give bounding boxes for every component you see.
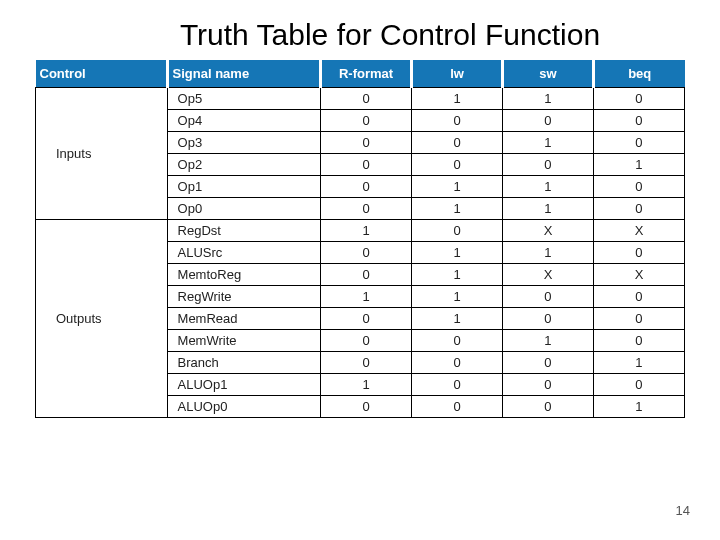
value-cell: 1	[321, 374, 412, 396]
value-cell: X	[593, 264, 684, 286]
value-cell: 0	[593, 242, 684, 264]
value-cell: 0	[321, 154, 412, 176]
value-cell: X	[502, 264, 593, 286]
value-cell: 0	[502, 308, 593, 330]
value-cell: X	[593, 220, 684, 242]
col-sw: sw	[502, 60, 593, 88]
value-cell: 0	[593, 110, 684, 132]
value-cell: 0	[321, 88, 412, 110]
truth-table: Control Signal name R-format lw sw beq I…	[35, 60, 685, 418]
table-row: OutputsRegDst10XX	[36, 220, 685, 242]
value-cell: 0	[321, 198, 412, 220]
value-cell: 0	[412, 220, 503, 242]
value-cell: 1	[502, 132, 593, 154]
value-cell: 0	[502, 110, 593, 132]
value-cell: 0	[321, 308, 412, 330]
value-cell: 0	[412, 154, 503, 176]
slide-title: Truth Table for Control Function	[80, 18, 700, 52]
signal-name: ALUSrc	[167, 242, 320, 264]
value-cell: 0	[321, 176, 412, 198]
value-cell: 0	[412, 352, 503, 374]
col-lw: lw	[412, 60, 503, 88]
value-cell: 0	[412, 374, 503, 396]
value-cell: 0	[412, 132, 503, 154]
signal-name: Op4	[167, 110, 320, 132]
value-cell: 0	[502, 396, 593, 418]
signal-name: MemWrite	[167, 330, 320, 352]
value-cell: 1	[593, 352, 684, 374]
signal-name: ALUOp0	[167, 396, 320, 418]
signal-name: Op3	[167, 132, 320, 154]
signal-name: Op1	[167, 176, 320, 198]
table-header-row: Control Signal name R-format lw sw beq	[36, 60, 685, 88]
value-cell: 0	[593, 308, 684, 330]
value-cell: 1	[502, 88, 593, 110]
signal-name: ALUOp1	[167, 374, 320, 396]
col-rformat: R-format	[321, 60, 412, 88]
signal-name: MemRead	[167, 308, 320, 330]
value-cell: 0	[321, 330, 412, 352]
value-cell: 1	[412, 242, 503, 264]
value-cell: 0	[412, 330, 503, 352]
value-cell: 1	[321, 220, 412, 242]
col-beq: beq	[593, 60, 684, 88]
value-cell: 1	[502, 330, 593, 352]
value-cell: 0	[593, 374, 684, 396]
value-cell: 1	[412, 264, 503, 286]
slide: Truth Table for Control Function Control…	[0, 0, 720, 418]
value-cell: 1	[502, 198, 593, 220]
signal-name: Op0	[167, 198, 320, 220]
value-cell: 0	[321, 132, 412, 154]
value-cell: 0	[502, 154, 593, 176]
signal-name: RegWrite	[167, 286, 320, 308]
signal-name: RegDst	[167, 220, 320, 242]
table-row: InputsOp50110	[36, 88, 685, 110]
value-cell: 0	[321, 242, 412, 264]
value-cell: 0	[321, 352, 412, 374]
value-cell: 1	[502, 242, 593, 264]
col-signal: Signal name	[167, 60, 320, 88]
value-cell: 1	[321, 286, 412, 308]
value-cell: 0	[593, 132, 684, 154]
value-cell: 1	[593, 396, 684, 418]
value-cell: 0	[502, 286, 593, 308]
signal-name: Op5	[167, 88, 320, 110]
col-control: Control	[36, 60, 168, 88]
value-cell: 1	[502, 176, 593, 198]
value-cell: 0	[593, 286, 684, 308]
signal-name: MemtoReg	[167, 264, 320, 286]
value-cell: 1	[412, 308, 503, 330]
value-cell: 1	[412, 286, 503, 308]
value-cell: 0	[412, 396, 503, 418]
value-cell: 0	[412, 110, 503, 132]
value-cell: 0	[321, 110, 412, 132]
value-cell: 1	[412, 88, 503, 110]
category-cell: Inputs	[36, 88, 168, 220]
value-cell: 0	[502, 352, 593, 374]
value-cell: 0	[321, 396, 412, 418]
value-cell: 1	[412, 176, 503, 198]
value-cell: 0	[593, 198, 684, 220]
value-cell: 0	[321, 264, 412, 286]
signal-name: Op2	[167, 154, 320, 176]
value-cell: 0	[502, 374, 593, 396]
value-cell: 1	[593, 154, 684, 176]
page-number: 14	[676, 503, 690, 518]
value-cell: 0	[593, 88, 684, 110]
value-cell: X	[502, 220, 593, 242]
signal-name: Branch	[167, 352, 320, 374]
value-cell: 0	[593, 176, 684, 198]
category-cell: Outputs	[36, 220, 168, 418]
value-cell: 1	[412, 198, 503, 220]
value-cell: 0	[593, 330, 684, 352]
